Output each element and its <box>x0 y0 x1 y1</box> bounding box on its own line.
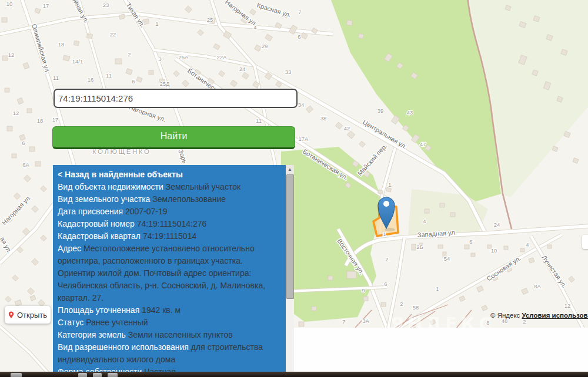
house-number: 6 <box>298 33 300 40</box>
house-number: 29 <box>262 43 268 49</box>
house-number: 2Б <box>416 244 423 250</box>
house-number: 58 <box>413 304 419 311</box>
house-number: 6 <box>132 78 135 85</box>
house-number: 17 <box>43 2 49 9</box>
search-input[interactable] <box>54 89 298 108</box>
house-number: 9 <box>362 287 365 294</box>
map-canvas[interactable]: ЯНДЕКС Олимпийская ул.Хвойная ул.Тихая у… <box>0 0 588 377</box>
house-number: 14/1 <box>72 58 83 65</box>
house-number: 34 <box>298 102 305 108</box>
house-number: 10 <box>491 247 497 254</box>
house-number: 25 <box>207 16 213 23</box>
house-number: 39 <box>377 107 384 114</box>
house-number: 33 <box>285 69 292 75</box>
house-number: 23 <box>103 2 109 8</box>
back-link[interactable]: < Назад в найденные объекты <box>58 170 183 179</box>
house-number: 12 <box>564 302 571 309</box>
house-number: 11 <box>256 117 262 124</box>
house-number: 10 <box>6 1 13 7</box>
open-button-label: Открыть <box>17 311 47 319</box>
house-number: 1 <box>436 285 439 292</box>
map-attribution: © Яндекс Условия использования <box>490 312 588 319</box>
scroll-up-button[interactable]: ▲ <box>286 165 294 174</box>
panel-field: Кадастровый номер 74:19:1115014:276 <box>58 218 282 230</box>
house-number: 24 <box>239 66 246 72</box>
house-number: 7 <box>342 318 345 325</box>
panel-field: Категория земель Земли населенных пункто… <box>58 329 282 341</box>
panel-field: Адрес Местоположение установлено относит… <box>58 243 282 304</box>
house-number: 7 <box>298 9 301 15</box>
taskbar-sliver <box>0 372 588 377</box>
house-number: 11 <box>106 72 112 79</box>
house-number: 42 <box>344 125 350 132</box>
taskbar-button[interactable] <box>93 373 102 377</box>
house-number: 12 <box>13 110 19 116</box>
taskbar-button[interactable] <box>11 373 22 377</box>
house-number: 2 <box>385 256 388 262</box>
house-number: 17А <box>299 136 309 142</box>
house-number: 11 <box>53 75 59 81</box>
house-number: 8 <box>486 319 489 326</box>
open-button[interactable]: Открыть <box>5 306 51 324</box>
panel-field: Кадастровый квартал 74:19:1115014 <box>58 230 282 243</box>
house-number: 2 <box>523 318 526 325</box>
scroll-thumb[interactable] <box>286 174 294 299</box>
house-number: 4 <box>526 241 529 248</box>
house-number: 6 <box>469 238 472 245</box>
house-number: 3 <box>158 56 161 62</box>
house-number: 25Д <box>159 80 170 87</box>
panel-field: Вид разрешенного использования для строи… <box>58 341 282 366</box>
house-number: 6 <box>22 140 25 146</box>
house-number: 6 <box>384 281 387 287</box>
house-number: 47 <box>420 141 426 147</box>
terms-of-use-link[interactable]: Условия использования <box>522 312 588 319</box>
house-number: 8А <box>534 283 541 290</box>
house-number: 18 <box>37 117 44 124</box>
results-panel: < Назад в найденные объекты Вид объекта … <box>53 165 286 377</box>
house-number: 17 <box>52 116 59 123</box>
house-number: 3А <box>362 318 369 324</box>
taskbar-button[interactable] <box>108 373 118 377</box>
house-number: 18 <box>58 41 65 48</box>
find-button[interactable]: Найти <box>52 126 295 149</box>
house-number: 1 <box>155 21 158 27</box>
house-number: 4 <box>423 218 426 224</box>
house-number: 38 <box>320 115 327 122</box>
house-number: 16 <box>88 76 94 83</box>
panel-field: Дата присвоения 2007-07-19 <box>58 206 282 218</box>
house-number: 43 <box>407 109 413 116</box>
house-number: 25А <box>179 54 189 60</box>
panel-scrollbar[interactable]: ▲ <box>286 165 294 377</box>
yandex-watermark: ЯНДЕКС <box>390 314 495 334</box>
panel-field: Вид объекта недвижимости Земельный участ… <box>58 181 282 193</box>
unloaded-tile <box>294 328 588 372</box>
panel-field: Вид земельного участка Землепользование <box>58 193 282 206</box>
house-number: 12 <box>8 52 15 58</box>
house-number: 2 <box>128 51 131 58</box>
panel-field: Статус Ранее учтенный <box>58 317 282 329</box>
house-number: 2 <box>400 301 403 307</box>
house-number: 1 <box>383 231 386 237</box>
panel-fields: Вид объекта недвижимости Земельный участ… <box>58 181 282 377</box>
copyright-text: © Яндекс <box>490 312 520 319</box>
house-number: 6А <box>22 161 29 168</box>
panel-field: Площадь уточненная 1942 кв. м <box>58 304 282 317</box>
taskbar-button[interactable] <box>78 373 87 377</box>
map-edge-control[interactable] <box>582 235 588 249</box>
red-pin-icon <box>8 310 14 320</box>
house-number: 4 <box>253 24 256 31</box>
house-number: 24 <box>494 221 500 228</box>
house-number: 54 <box>444 255 450 262</box>
house-number: 22 <box>110 31 116 38</box>
house-number: 22А <box>217 54 228 60</box>
house-number: 1 <box>388 181 391 188</box>
